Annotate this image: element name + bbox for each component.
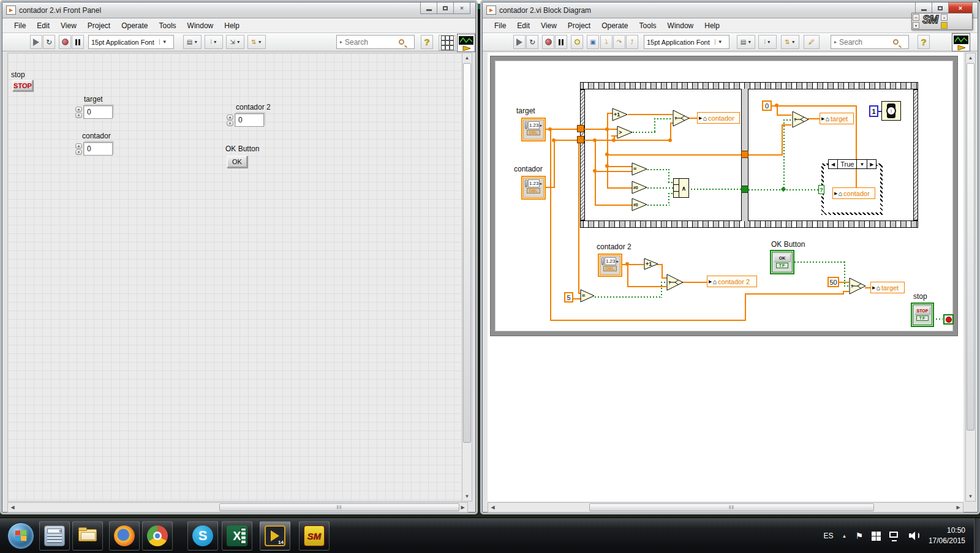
stop-button[interactable]: STOP: [12, 80, 33, 91]
spinner[interactable]: ▲▼: [227, 113, 234, 127]
show-hidden-icons-button[interactable]: ▲: [842, 533, 846, 539]
select-node[interactable]: ?: [792, 111, 809, 128]
scroll-down-arrow[interactable]: ▼: [966, 492, 975, 501]
horizontal-scrollbar[interactable]: ◀ ⦀⦀ ▶: [488, 502, 963, 513]
target-value[interactable]: 0: [83, 105, 113, 119]
scroll-left-arrow[interactable]: ◀: [8, 503, 17, 512]
search-input[interactable]: [345, 38, 399, 47]
block-diagram-canvas[interactable]: target 1.23▸DBL contador 1.23▸DBL +1 > ?…: [488, 53, 963, 502]
not-equal-zero-node[interactable]: ≠0: [631, 181, 647, 194]
align-objects-button[interactable]: ▤▼: [737, 35, 755, 49]
increment-node[interactable]: +1: [644, 258, 658, 270]
step-out-button[interactable]: ⤴: [626, 35, 638, 49]
menu-file[interactable]: File: [9, 20, 31, 32]
resize-objects-button[interactable]: ⇲▼: [226, 35, 244, 49]
menu-help[interactable]: Help: [699, 20, 725, 32]
target-control[interactable]: ▲▼ 0: [75, 105, 113, 119]
close-button[interactable]: ×: [453, 2, 470, 14]
equal-node[interactable]: =: [631, 162, 647, 176]
search-box[interactable]: ▸: [336, 35, 415, 49]
menu-help[interactable]: Help: [219, 20, 245, 32]
taskbar-item-firefox[interactable]: [109, 521, 140, 551]
step-into-button[interactable]: ⤵: [600, 35, 612, 49]
volume-icon[interactable]: [909, 532, 920, 540]
ok-button-terminal[interactable]: OKTF: [770, 250, 794, 274]
block-diagram-titlebar[interactable]: ▶ contador 2.vi Block Diagram ×: [483, 2, 978, 18]
taskbar-item-labview[interactable]: 14: [260, 521, 290, 551]
constant-0[interactable]: 0: [762, 100, 772, 111]
menu-view[interactable]: View: [55, 20, 82, 32]
horizontal-scrollbar[interactable]: ◀ ⦀⦀ ▶: [7, 502, 468, 513]
run-button[interactable]: [513, 35, 526, 49]
menu-operate[interactable]: Operate: [596, 20, 633, 32]
contador-value[interactable]: 0: [83, 142, 113, 156]
clock[interactable]: 10:50 17/06/2015: [929, 525, 965, 546]
language-indicator[interactable]: ES: [823, 532, 833, 540]
run-button[interactable]: [30, 35, 42, 49]
menu-tools[interactable]: Tools: [634, 20, 662, 32]
case-selector-header[interactable]: ◀ True ▼ ▶: [828, 159, 876, 169]
search-input[interactable]: [839, 38, 893, 47]
network-icon[interactable]: [889, 532, 900, 540]
search-history-icon[interactable]: ▸: [834, 39, 837, 45]
action-center-flag-icon[interactable]: ⚑: [855, 531, 863, 541]
sm-widget-dropdown[interactable]: ▾: [913, 22, 919, 29]
restore-button[interactable]: [437, 2, 454, 14]
help-button[interactable]: ?: [918, 35, 930, 49]
menu-project[interactable]: Project: [82, 20, 116, 32]
equal-node[interactable]: =: [580, 289, 595, 303]
select-node[interactable]: ?: [673, 110, 690, 127]
taskbar-item-calculator[interactable]: 0: [39, 521, 70, 551]
show-desktop-button[interactable]: [974, 518, 980, 553]
local-variable-target2[interactable]: ▶ ⌂ target: [870, 282, 905, 293]
sm-widget-button[interactable]: ▭: [913, 14, 919, 21]
loop-condition-terminal[interactable]: [943, 314, 954, 325]
pause-button[interactable]: [555, 35, 567, 49]
taskbar-item-explorer[interactable]: [72, 521, 103, 551]
abort-button[interactable]: [59, 35, 71, 49]
ok-button[interactable]: OK: [227, 156, 247, 168]
distribute-objects-button[interactable]: ⫶▼: [205, 35, 223, 49]
alignment-grid-button[interactable]: [439, 35, 456, 51]
align-objects-button[interactable]: ▤▼: [183, 35, 202, 49]
menu-file[interactable]: File: [489, 20, 511, 32]
stop-terminal[interactable]: STOPTF: [911, 303, 934, 327]
constant-5[interactable]: 5: [564, 292, 573, 303]
search-box[interactable]: ▸: [831, 35, 909, 49]
scroll-up-arrow[interactable]: ▲: [462, 53, 472, 62]
scroll-right-arrow[interactable]: ▶: [458, 503, 467, 512]
minimize-button[interactable]: [420, 2, 437, 14]
contador2-control[interactable]: ▲▼ 0: [227, 113, 264, 127]
windows-update-icon[interactable]: [872, 532, 881, 541]
abort-button[interactable]: [542, 35, 554, 49]
constant-1[interactable]: 1: [869, 105, 878, 117]
vertical-scrollbar[interactable]: ▲ ▼: [462, 53, 472, 502]
run-continuous-button[interactable]: ↻: [526, 35, 538, 49]
reorder-button[interactable]: ⇅▼: [781, 35, 799, 49]
run-continuous-button[interactable]: ↻: [43, 35, 55, 49]
distribute-objects-button[interactable]: ⫶▼: [758, 35, 777, 49]
increment-node[interactable]: +1: [612, 108, 628, 121]
target-terminal[interactable]: 1.23▸DBL: [521, 118, 546, 141]
highlight-execution-button[interactable]: [571, 35, 583, 49]
constant-50[interactable]: 50: [827, 277, 839, 287]
taskbar-item-chrome[interactable]: [142, 521, 173, 551]
step-over-button[interactable]: ↷: [613, 35, 625, 49]
menu-window[interactable]: Window: [182, 20, 219, 32]
contador2-terminal[interactable]: 1.23▸DBL: [598, 254, 622, 277]
front-panel-titlebar[interactable]: ▶ contador 2.vi Front Panel ×: [2, 2, 475, 18]
taskbar-item-skype[interactable]: S: [187, 521, 218, 551]
contador2-value[interactable]: 0: [235, 113, 264, 127]
local-variable-contador-case[interactable]: ▶ ⌂ contador: [832, 187, 875, 199]
case-next-icon[interactable]: ▶: [867, 160, 876, 168]
sm-close-icon[interactable]: x: [941, 14, 948, 21]
select-node[interactable]: ?: [666, 274, 684, 291]
reorder-button[interactable]: ⇅▼: [247, 35, 266, 49]
case-dropdown-icon[interactable]: ▼: [857, 160, 867, 168]
clean-up-diagram-button[interactable]: 🖉: [804, 35, 820, 49]
contador-control[interactable]: ▲▼ 0: [75, 142, 113, 156]
menu-view[interactable]: View: [535, 20, 562, 32]
font-selector[interactable]: 15pt Application Font ▼: [644, 35, 729, 49]
menu-edit[interactable]: Edit: [31, 20, 55, 32]
vertical-scrollbar[interactable]: ▲ ▼: [965, 53, 976, 502]
